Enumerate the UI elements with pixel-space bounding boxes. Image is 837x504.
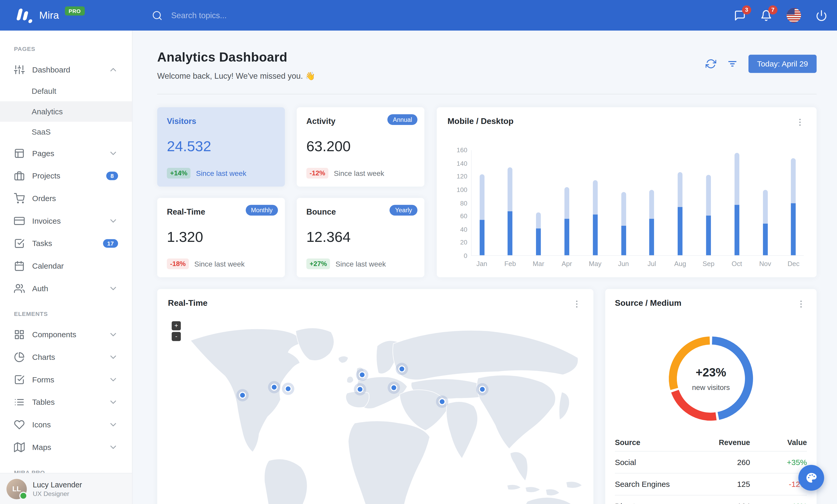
date-range-button[interactable]: Today: April 29 <box>748 55 817 73</box>
source-cell: Social <box>615 458 691 467</box>
pro-badge: PRO <box>65 6 85 16</box>
map-marker <box>398 366 406 373</box>
sidebar-item-charts[interactable]: Charts <box>0 346 132 368</box>
sidebar-user-footer[interactable]: LL Lucy Lavender UX Designer <box>0 473 132 504</box>
sidebar-item-label: Projects <box>32 172 99 180</box>
top-navbar: Mira PRO 3 7 <box>0 0 837 31</box>
map-marker <box>285 385 292 392</box>
x-axis-label: Jan <box>471 260 492 267</box>
sidebar-item-label: Charts <box>32 353 101 361</box>
brand[interactable]: Mira PRO <box>0 7 132 23</box>
shopping-cart-icon <box>14 193 25 204</box>
sidebar-item-label: Icons <box>32 421 101 429</box>
sidebar-item-label: Forms <box>32 375 101 384</box>
chevron-up-icon <box>108 65 118 75</box>
stat-title: Visitors <box>167 116 275 126</box>
sidebar-subitem-saas[interactable]: SaaS <box>0 122 132 142</box>
page-subtitle: Welcome back, Lucy! We've missed you. 👋 <box>157 72 315 81</box>
main-content: Analytics Dashboard Welcome back, Lucy! … <box>132 31 837 504</box>
sidebar-item-label: Auth <box>32 284 101 293</box>
sidebar-item-pages[interactable]: Pages <box>0 142 132 165</box>
filter-button[interactable] <box>727 58 738 69</box>
source-menu-button[interactable] <box>795 298 807 310</box>
stat-period-chip[interactable]: Annual <box>388 114 417 125</box>
stacked-bar <box>536 212 541 255</box>
stat-period-chip[interactable]: Monthly <box>246 205 278 216</box>
realtime-map-card: Real-Time + - <box>157 289 593 504</box>
map-marker <box>271 384 278 391</box>
source-table-row: Direct164+46% <box>615 495 807 504</box>
col-revenue: Revenue <box>691 438 750 447</box>
sidebar-item-dashboard[interactable]: Dashboard <box>0 58 132 81</box>
col-value: Value <box>750 438 807 447</box>
user-avatar[interactable]: LL <box>6 479 27 499</box>
us-flag-language-button[interactable] <box>787 8 801 23</box>
chevron-down-icon <box>108 443 118 452</box>
world-map <box>157 313 593 504</box>
y-axis-tick: 160 <box>446 146 467 154</box>
sidebar-item-orders[interactable]: Orders <box>0 187 132 210</box>
y-axis-tick: 100 <box>446 186 467 193</box>
stat-value: 1.320 <box>167 229 275 245</box>
chevron-down-icon <box>108 216 118 226</box>
sidebar-item-label: Tasks <box>32 239 95 248</box>
sidebar-subitem-default[interactable]: Default <box>0 81 132 101</box>
filter-icon <box>727 58 738 69</box>
sidebar-item-icons[interactable]: Icons <box>0 413 132 436</box>
notifications-button[interactable]: 7 <box>760 10 772 21</box>
theme-settings-fab[interactable] <box>798 465 824 491</box>
x-axis-label: Feb <box>500 260 520 267</box>
stat-delta-badge: -12% <box>306 168 328 179</box>
sidebar-item-projects[interactable]: Projects8 <box>0 165 132 187</box>
sidebar-item-maps[interactable]: Maps <box>0 436 132 459</box>
stacked-bar <box>763 190 768 255</box>
pie-chart-icon <box>14 352 25 362</box>
sidebar-item-tasks[interactable]: Tasks17 <box>0 232 132 255</box>
stacked-bar <box>791 158 796 255</box>
search-icon <box>152 10 162 20</box>
sidebar-item-label: Dashboard <box>32 66 101 74</box>
map-card-title: Real-Time <box>168 298 208 308</box>
sign-out-button[interactable] <box>815 10 827 21</box>
sidebar-item-tables[interactable]: Tables <box>0 391 132 414</box>
chevron-down-icon <box>108 149 118 158</box>
source-cell: Direct <box>615 502 691 504</box>
chevron-down-icon <box>108 420 118 429</box>
chart-menu-button[interactable] <box>794 116 806 128</box>
sidebar-item-calendar[interactable]: Calendar <box>0 255 132 277</box>
refresh-button[interactable] <box>706 58 716 69</box>
value-cell: +35% <box>750 458 807 467</box>
stat-period-chip[interactable]: Yearly <box>390 205 417 216</box>
stacked-bar <box>621 192 626 255</box>
sidebar-item-invoices[interactable]: Invoices <box>0 210 132 232</box>
chevron-down-icon <box>108 375 118 385</box>
stat-delta-badge: +27% <box>306 259 330 269</box>
map-zoom-out-button[interactable]: - <box>172 332 181 341</box>
stacked-bar <box>706 175 711 255</box>
chevron-down-icon <box>108 330 118 339</box>
messages-button[interactable]: 3 <box>734 10 746 21</box>
sidebar-count-badge: 17 <box>103 239 118 248</box>
sidebar-item-components[interactable]: Components <box>0 323 132 346</box>
map-marker <box>239 392 246 399</box>
search-input[interactable] <box>170 10 299 20</box>
sidebar: PAGESDashboardDefaultAnalyticsSaaSPagesP… <box>0 31 132 504</box>
map-icon <box>14 442 25 452</box>
sidebar-item-auth[interactable]: Auth <box>0 277 132 300</box>
more-vertical-icon <box>796 299 806 309</box>
stat-footer: +14% Since last week <box>167 168 246 179</box>
sidebar-subitem-analytics[interactable]: Analytics <box>0 101 132 122</box>
stat-footer: -12% Since last week <box>306 168 384 179</box>
stacked-bar <box>678 172 682 255</box>
map-menu-button[interactable] <box>571 298 583 310</box>
x-axis-label: Aug <box>670 260 690 267</box>
sidebar-item-forms[interactable]: Forms <box>0 368 132 391</box>
stat-delta-badge: -18% <box>167 259 189 269</box>
stat-footer: -18% Since last week <box>167 259 245 269</box>
sidebar-section-label: ELEMENTS <box>0 300 132 323</box>
stacked-bar <box>593 180 598 255</box>
source-table-row: Social260+35% <box>615 451 807 473</box>
page-title: Analytics Dashboard <box>157 50 315 65</box>
layout-icon <box>14 148 25 159</box>
map-zoom-in-button[interactable]: + <box>172 321 181 330</box>
